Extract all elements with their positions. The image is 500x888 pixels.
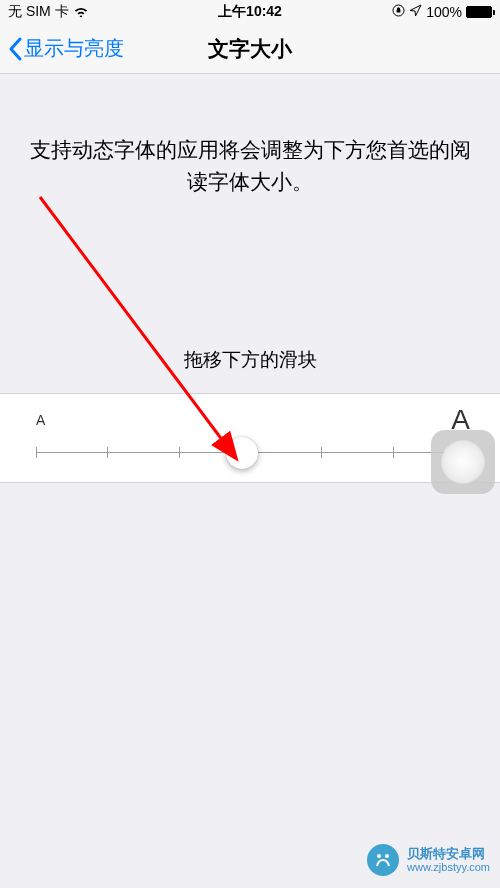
instruction-text: 拖移下方的滑块 [0,347,500,373]
wifi-icon [73,4,89,20]
watermark-title: 贝斯特安卓网 [407,846,490,862]
assistive-touch-button[interactable] [431,430,495,494]
slider-tick [36,447,37,458]
back-label: 显示与亮度 [24,35,124,62]
status-left: 无 SIM 卡 [8,3,89,21]
chevron-left-icon [8,37,22,61]
small-text-label: A [36,412,45,428]
text-size-slider-panel: A A [0,393,500,483]
status-right: 100% [392,4,492,20]
battery-percentage: 100% [426,4,462,20]
status-bar: 无 SIM 卡 上午10:42 100% [0,0,500,24]
battery-icon [466,6,492,18]
location-icon [409,4,422,20]
watermark-url: www.zjbstyy.com [407,861,490,874]
slider-tick [179,447,180,458]
orientation-lock-icon [392,4,405,20]
svg-point-5 [385,854,389,858]
slider-tick [107,447,108,458]
navigation-bar: 显示与亮度 文字大小 [0,24,500,74]
back-button[interactable]: 显示与亮度 [8,35,124,62]
watermark-logo-icon [365,842,401,878]
slider-thumb[interactable] [226,437,258,469]
description-text: 支持动态字体的应用将会调整为下方您首选的阅读字体大小。 [0,134,500,197]
carrier-text: 无 SIM 卡 [8,3,69,21]
watermark: 贝斯特安卓网 www.zjbstyy.com [365,842,490,878]
svg-point-4 [377,854,381,858]
status-time: 上午10:42 [218,3,282,21]
content-area: 支持动态字体的应用将会调整为下方您首选的阅读字体大小。 拖移下方的滑块 A A [0,74,500,483]
slider-tick [393,447,394,458]
assistive-touch-icon [441,440,485,484]
slider-tick [321,447,322,458]
page-title: 文字大小 [208,35,292,63]
